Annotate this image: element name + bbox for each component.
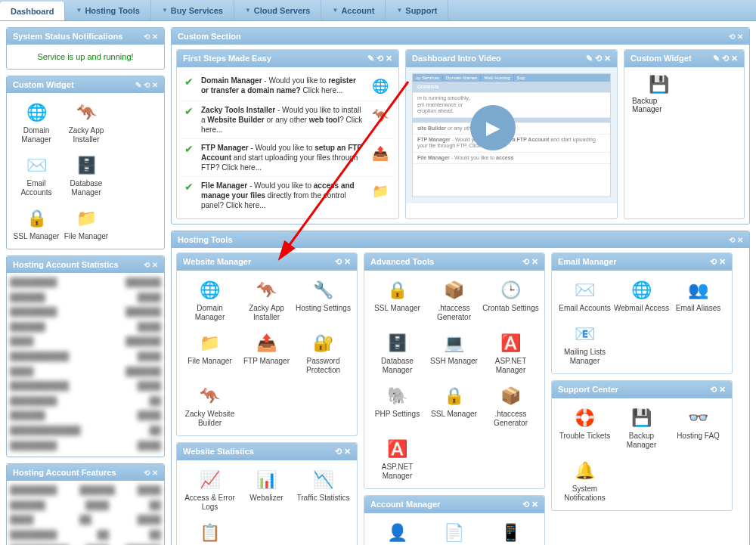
database-manager-item[interactable]: 🗄️Database Manager [61,150,111,200]
webalizer-item[interactable]: 📊Webalizer [238,465,295,515]
panel-controls[interactable]: ⟲ ✕ [710,257,726,267]
intro-video[interactable]: uy ServicesDomain NamesWeb HostingSup ce… [406,67,617,203]
check-icon: ✔ [184,181,197,193]
panel-controls[interactable]: ⟲ ✕ [710,385,726,395]
panel-controls[interactable]: ⟲ ✕ [522,257,538,267]
app-icon: ✉️ [24,153,48,178]
panel-controls[interactable]: ⟲ ✕ [335,447,351,457]
hosting-settings-item[interactable]: 🔧Hosting Settings [295,275,352,325]
app-icon: 🦘 [74,101,98,125]
-htaccess-generator-item[interactable]: 📦.htaccess Generator [482,381,539,431]
ssh-manager-item[interactable]: 💻SSH Manager [426,328,482,378]
panel-controls[interactable]: ✎ ⟲ ✕ [713,54,738,63]
first-step-item[interactable]: ✔File Manager - Would you like to access… [181,177,394,214]
asp-net-manager-item[interactable]: 🅰️ASP.NET Manager [482,328,539,378]
backup-icon: 💾 [649,75,669,94]
panel-controls[interactable]: ✎ ⟲ ✕ [367,54,392,63]
system-notifications-item[interactable]: 🔔System Notifications [556,456,613,506]
account-manager-panel: Account Manager⟲ ✕ 👤Account Information📄… [364,495,545,545]
domain-manager-item[interactable]: 🌐Domain Manager [11,98,61,147]
first-step-item[interactable]: ✔FTP Manager - Would you like to setup a… [181,139,394,177]
account-information-item[interactable]: 👤Account Information [369,518,426,545]
zacky-website-builder-item[interactable]: 🦘Zacky Website Builder [181,381,238,431]
app-icon: 📦 [499,384,523,408]
backup-manager-item[interactable]: 💾Backup Manager [613,403,670,453]
zacky-app-installer-item[interactable]: 🦘Zacky App Installer [61,98,111,147]
dropdown-icon: ▼ [245,7,251,14]
app-label: FTP Manager [238,357,295,366]
usage-reports-item[interactable]: 📋Usage Reports [181,518,238,545]
trouble-tickets-item[interactable]: 🛟Trouble Tickets [556,403,613,453]
first-step-item[interactable]: ✔Zacky Tools Installer - Would you like … [181,101,394,139]
app-label: File Manager [61,232,111,241]
video-title: Dashboard Intro Video [412,54,501,63]
mailing-lists-manager-item[interactable]: 📧Mailing Lists Manager [556,319,613,369]
app-label: Email Aliases [670,304,727,313]
panel-controls[interactable]: ⟲ ✕ [729,236,743,244]
first-step-item[interactable]: ✔Domain Manager - Would you like to regi… [181,72,394,101]
panel-controls[interactable]: ⟲ ✕ [729,33,743,41]
app-label: Database Manager [61,179,111,197]
ssl-manager-item[interactable]: 🔒SSL Manager [369,275,426,325]
app-label: SSH Manager [426,357,482,366]
app-icon: 👓 [686,406,711,430]
panel-controls[interactable]: ⟲ ✕ [144,469,158,477]
zacky-app-installer-item[interactable]: 🦘Zacky App Installer [238,275,295,325]
nav-buy-services[interactable]: ▼Buy Services [151,0,234,20]
file-manager-item[interactable]: 📁File Manager [181,328,238,378]
ssl-manager-item[interactable]: 🔒SSL Manager [11,203,61,244]
crontab-settings-item[interactable]: 🕒Crontab Settings [482,275,539,325]
panel-controls[interactable]: ⟲ ✕ [335,257,351,267]
database-manager-item[interactable]: 🗄️Database Manager [369,328,426,378]
backup-manager-item[interactable]: 💾 Backup Manager [632,75,685,113]
hosting-tools-title: Hosting Tools [178,235,233,244]
traffic-statistics-item[interactable]: 📉Traffic Statistics [295,465,352,515]
email-aliases-item[interactable]: 👥Email Aliases [670,275,727,316]
app-label: Trouble Tickets [556,432,613,441]
custom-widget-title: Custom Widget [13,80,74,89]
hosting-stats-panel: Hosting Account Statistics⟲ ✕ ██████████… [6,255,165,457]
webmail-access-item[interactable]: 🌐Webmail Access [613,275,670,316]
ssl-manager-item[interactable]: 🔒SSL Manager [426,381,482,431]
nav-dashboard[interactable]: Dashboard [0,2,65,20]
panel-controls[interactable]: ✎ ⟲ ✕ [586,54,611,63]
app-icon: 🅰️ [386,437,410,461]
asp-net-manager-item[interactable]: 🅰️ASP.NET Manager [369,434,426,484]
play-icon[interactable]: ▶ [470,105,516,150]
hosting-features-panel: Hosting Account Features⟲ ✕ ████████████… [6,463,165,545]
access-error-logs-item[interactable]: 📈Access & Error Logs [181,465,238,515]
custom-widget-panel: Custom Widget✎ ⟲ ✕ 🌐Domain Manager🦘Zacky… [6,76,165,249]
app-icon: 🌐 [24,101,48,125]
php-settings-item[interactable]: 🐘PHP Settings [369,381,426,431]
app-label: Zacky App Installer [238,304,295,322]
hosting-faq-item[interactable]: 👓Hosting FAQ [670,403,727,453]
nav-cloud-servers[interactable]: ▼Cloud Servers [234,0,322,20]
terms-of-service-item[interactable]: 📄Terms of Service [426,518,482,545]
app-icon: 👤 [386,521,410,545]
panel-controls[interactable]: ⟲ ✕ [144,33,158,41]
app-label: Webmail Access [613,304,670,313]
two-factor-authentication-item[interactable]: 📱Two-Factor Authentication [482,518,539,545]
app-icon: 📤 [255,331,279,355]
step-text: FTP Manager - Would you like to setup an… [201,143,365,172]
app-icon: 💻 [442,331,466,355]
check-icon: ✔ [184,143,197,155]
nav-support[interactable]: ▼Support [386,0,448,20]
panel-controls[interactable]: ⟲ ✕ [522,500,538,509]
panel-controls[interactable]: ✎ ⟲ ✕ [135,81,158,89]
blurred-features: ██████████████████ ████████████ ████████… [7,481,164,545]
app-icon: 📊 [255,468,279,492]
-htaccess-generator-item[interactable]: 📦.htaccess Generator [426,275,482,325]
ftp-manager-item[interactable]: 📤FTP Manager [238,328,295,378]
domain-manager-item[interactable]: 🌐Domain Manager [181,275,238,325]
nav-account[interactable]: ▼Account [321,0,386,20]
app-label: ASP.NET Manager [482,357,539,375]
custom-section-panel: Custom Section⟲ ✕ First Steps Made Easy✎… [171,27,750,225]
panel-controls[interactable]: ⟲ ✕ [144,261,158,269]
app-icon: 📦 [442,278,466,302]
file-manager-item[interactable]: 📁File Manager [61,203,111,244]
email-accounts-item[interactable]: ✉️Email Accounts [556,275,613,316]
nav-hosting-tools[interactable]: ▼Hosting Tools [65,0,150,20]
password-protection-item[interactable]: 🔐Password Protection [295,328,352,378]
email-accounts-item[interactable]: ✉️Email Accounts [11,150,61,200]
